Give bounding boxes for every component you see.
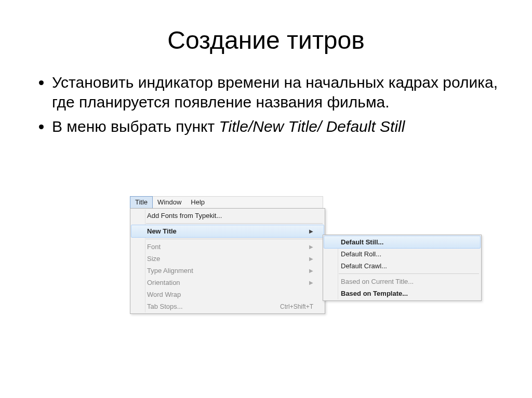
menu-item-orientation[interactable]: Orientation ▶ (131, 277, 324, 289)
menu-item-label: Font (147, 243, 161, 251)
menubar: Title Window Help (130, 196, 323, 208)
new-title-submenu: Default Still... Default Roll... Default… (323, 235, 482, 301)
menu-separator (339, 273, 479, 274)
menu-item-font[interactable]: Font ▶ (131, 241, 324, 253)
submenu-item-based-current[interactable]: Based on Current Title... (324, 276, 480, 287)
bullet-text-italic: Title/New Title/ Default Still (219, 118, 405, 135)
menu-item-add-fonts[interactable]: Add Fonts from Typekit... (131, 210, 324, 222)
slide: Создание титров Установить индикатор вре… (0, 0, 532, 398)
menu-item-label: Size (147, 255, 160, 263)
menu-item-label: Type Alignment (147, 267, 193, 275)
menu-item-word-wrap[interactable]: Word Wrap (131, 289, 324, 300)
menu-item-label: Based on Current Title... (341, 278, 414, 285)
menu-item-label: Default Roll... (341, 250, 381, 258)
submenu-arrow-icon: ▶ (309, 228, 313, 234)
menu-item-label: Default Crawl... (341, 262, 387, 270)
menu-item-label: Tab Stops... (147, 303, 183, 310)
menubar-item-window[interactable]: Window (153, 197, 186, 208)
bullet-item: В меню выбрать пункт Title/New Title/ De… (52, 117, 501, 136)
submenu-item-default-still[interactable]: Default Still... (324, 236, 481, 249)
menu-screenshot: Title Window Help Add Fonts from Typekit… (130, 196, 488, 314)
menubar-item-help[interactable]: Help (186, 197, 209, 208)
title-dropdown: Add Fonts from Typekit... New Title ▶ Fo… (130, 208, 325, 314)
menu-item-new-title[interactable]: New Title ▶ (131, 225, 324, 238)
menubar-item-title[interactable]: Title (130, 196, 153, 209)
slide-title: Создание титров (31, 26, 501, 54)
menu-item-label: Orientation (147, 279, 180, 286)
menu-item-type-alignment[interactable]: Type Alignment ▶ (131, 265, 324, 277)
menu-item-label: Default Still... (341, 238, 383, 246)
submenu-item-default-crawl[interactable]: Default Crawl... (324, 260, 480, 272)
bullet-item: Установить индикатор времени на начальны… (52, 73, 501, 112)
submenu-arrow-icon: ▶ (309, 256, 313, 262)
menu-separator (146, 223, 323, 224)
menu-item-label: Based on Template... (341, 290, 408, 297)
menu-item-label: New Title (147, 227, 177, 235)
submenu-item-based-template[interactable]: Based on Template... (324, 287, 480, 299)
menu-item-shortcut: Ctrl+Shift+T (280, 303, 313, 310)
menu-item-size[interactable]: Size ▶ (131, 253, 324, 265)
submenu-arrow-icon: ▶ (309, 244, 313, 250)
submenu-arrow-icon: ▶ (309, 268, 313, 273)
menu-item-label: Word Wrap (147, 291, 181, 298)
submenu-arrow-icon: ▶ (309, 280, 313, 285)
bullet-text: Установить индикатор времени на начальны… (52, 74, 498, 111)
menu-item-label: Add Fonts from Typekit... (147, 212, 222, 219)
menu-item-tab-stops[interactable]: Tab Stops... Ctrl+Shift+T (131, 300, 324, 312)
submenu-item-default-roll[interactable]: Default Roll... (324, 248, 480, 260)
bullet-text-prefix: В меню выбрать пункт (52, 118, 219, 135)
bullet-list: Установить индикатор времени на начальны… (31, 73, 501, 136)
menu-separator (146, 239, 323, 239)
